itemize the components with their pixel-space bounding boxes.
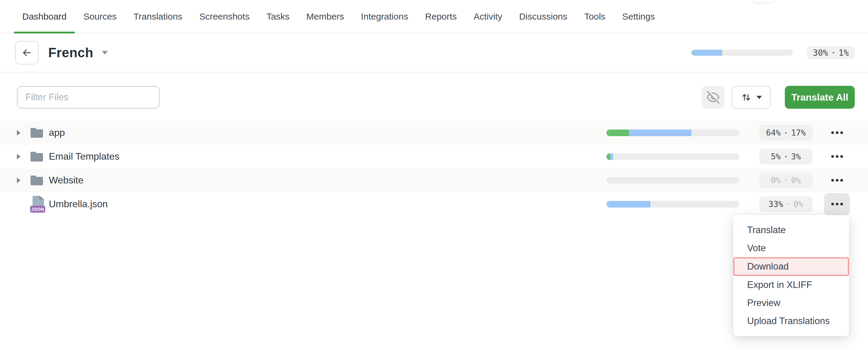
ellipsis-icon <box>831 131 843 134</box>
tab-screenshots[interactable]: Screenshots <box>191 0 258 33</box>
row-menu-button[interactable] <box>824 122 850 144</box>
tab-discussions[interactable]: Discussions <box>510 0 576 33</box>
dot-separator: · <box>783 128 788 137</box>
row-menu-button-active[interactable] <box>824 193 850 215</box>
ellipsis-icon <box>831 155 843 158</box>
row-menu-button[interactable] <box>824 169 850 192</box>
menu-item-export-in-xliff[interactable]: Export in XLIFF <box>733 276 849 294</box>
dot-separator: · <box>783 176 788 185</box>
filter-files-input[interactable] <box>17 86 160 108</box>
toggle-hidden-files-button[interactable] <box>702 86 724 109</box>
file-name: app <box>49 127 65 138</box>
file-progress-bar <box>607 153 739 160</box>
approved-pct: 17% <box>791 128 806 137</box>
back-button[interactable] <box>15 41 38 64</box>
tab-tools[interactable]: Tools <box>576 0 614 33</box>
approved-bar <box>692 50 692 56</box>
tab-integrations[interactable]: Integrations <box>352 0 417 33</box>
menu-item-translate[interactable]: Translate <box>733 221 849 239</box>
translated-pct: 30% <box>813 48 828 58</box>
language-progress-bar <box>692 50 793 56</box>
file-row-email-templates[interactable]: Email Templates 5% · 3% <box>0 145 868 168</box>
approved-pct: 3% <box>791 152 801 161</box>
tab-members[interactable]: Members <box>298 0 352 33</box>
approved-bar <box>607 129 629 136</box>
translate-all-button[interactable]: Translate All <box>785 86 855 109</box>
file-progress-badge: 33% · 0% <box>759 196 812 212</box>
file-name: Umbrella.json <box>49 198 108 210</box>
translated-pct: 0% <box>771 176 781 185</box>
cutoff-popup-remnant <box>752 0 774 3</box>
file-row-website[interactable]: Website 0% · 0% <box>0 168 868 192</box>
tab-dashboard[interactable]: Dashboard <box>14 0 75 33</box>
chevron-down-icon <box>102 51 108 55</box>
menu-item-download[interactable]: Download <box>733 257 849 276</box>
sort-files-button[interactable] <box>732 86 771 109</box>
ellipsis-icon <box>831 203 843 205</box>
file-progress-badge: 5% · 3% <box>759 149 812 164</box>
expand-folder-toggle[interactable] <box>17 154 30 159</box>
expand-folder-toggle[interactable] <box>17 178 30 183</box>
folder-icon <box>30 151 48 162</box>
menu-item-upload-translations[interactable]: Upload Translations <box>733 312 849 330</box>
folder-icon <box>30 127 48 138</box>
translated-bar <box>607 201 650 208</box>
translated-pct: 5% <box>771 152 781 161</box>
file-name: Email Templates <box>49 151 119 162</box>
project-tabs-nav: Dashboard Sources Translations Screensho… <box>0 0 868 33</box>
translated-pct: 64% <box>766 128 781 137</box>
menu-item-preview[interactable]: Preview <box>733 294 849 312</box>
language-progress: 30% · 1% <box>692 46 855 59</box>
page-title: French <box>48 45 93 60</box>
approved-pct: 1% <box>838 48 849 58</box>
folder-icon <box>30 175 48 186</box>
ellipsis-icon <box>831 179 843 182</box>
dot-separator: · <box>783 152 788 161</box>
tab-activity[interactable]: Activity <box>465 0 510 33</box>
file-list: app 64% · 17% Email Templates <box>0 121 868 216</box>
chevron-right-icon <box>17 154 21 159</box>
dot-separator: · <box>786 199 791 209</box>
file-progress-badge: 0% · 0% <box>759 172 812 188</box>
json-file-icon: JSON <box>30 196 48 213</box>
chevron-right-icon <box>17 130 21 135</box>
chevron-down-icon <box>756 96 762 99</box>
toolbar-actions: Translate All <box>702 86 855 109</box>
file-progress-badge: 64% · 17% <box>759 125 812 141</box>
files-toolbar: Translate All <box>0 72 868 121</box>
tab-reports[interactable]: Reports <box>416 0 465 33</box>
expand-folder-toggle[interactable] <box>17 130 30 135</box>
file-name: Website <box>49 175 84 186</box>
approved-pct: 0% <box>791 176 801 185</box>
tab-translations[interactable]: Translations <box>125 0 191 33</box>
file-progress-bar <box>607 201 739 208</box>
file-context-menu: Translate Vote Download Export in XLIFF … <box>733 215 849 336</box>
tab-settings[interactable]: Settings <box>614 0 663 33</box>
approved-pct: 0% <box>794 199 804 209</box>
translated-pct: 33% <box>769 199 783 209</box>
dot-separator: · <box>831 48 836 58</box>
arrow-left-icon <box>21 47 33 58</box>
json-format-badge: JSON <box>30 206 45 213</box>
tab-sources[interactable]: Sources <box>75 0 125 33</box>
eye-off-icon <box>707 91 719 104</box>
file-progress-bar <box>607 129 739 136</box>
approved-bar <box>607 153 610 160</box>
row-menu-button[interactable] <box>824 146 850 168</box>
project-language-page: Dashboard Sources Translations Screensho… <box>0 0 868 350</box>
language-header: French 30% · 1% <box>0 33 868 72</box>
file-row-umbrella-json[interactable]: JSON Umbrella.json 33% · 0% <box>0 192 868 216</box>
file-progress-bar <box>607 177 739 184</box>
sort-arrows-icon <box>741 92 752 103</box>
translated-bar <box>692 50 722 56</box>
tab-tasks[interactable]: Tasks <box>258 0 298 33</box>
language-dropdown-button[interactable] <box>102 51 108 55</box>
language-progress-badge: 30% · 1% <box>807 46 855 59</box>
file-row-app[interactable]: app 64% · 17% <box>0 121 868 145</box>
chevron-right-icon <box>17 178 21 183</box>
menu-item-vote[interactable]: Vote <box>733 239 849 257</box>
